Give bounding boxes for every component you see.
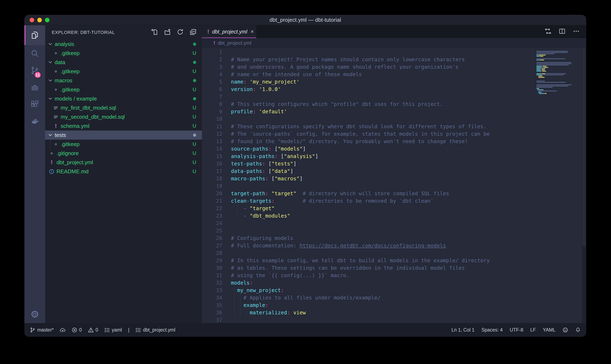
traffic-light-minimize[interactable] — [37, 18, 42, 22]
status-language-mode[interactable]: YAML — [543, 327, 555, 333]
line-number: 22 — [202, 205, 222, 212]
tree-item-label: .gitkeep — [61, 50, 80, 56]
refresh-button[interactable] — [177, 28, 184, 36]
compare-editor-button[interactable] — [545, 28, 551, 35]
line-number: 12 — [202, 130, 222, 138]
tree-item-tests[interactable]: tests — [45, 130, 202, 140]
bell-icon — [575, 327, 581, 333]
split-editor-button[interactable] — [559, 28, 565, 35]
cloud-upload-icon — [60, 327, 66, 333]
activity-item-source-control[interactable]: 11 — [25, 62, 45, 79]
split-icon — [559, 28, 565, 35]
more-icon — [573, 28, 580, 35]
git-icon — [53, 87, 59, 92]
line-number: 35 — [202, 301, 222, 309]
git-icon — [49, 151, 55, 156]
line-number: 10 — [202, 115, 222, 123]
tree-item-dbt-project-yml[interactable]: !dbt_project.ymlU — [45, 158, 202, 167]
search-icon — [30, 49, 39, 58]
scrollbar-thumb[interactable] — [583, 48, 586, 246]
new-folder-button[interactable] — [164, 28, 171, 36]
tree-item-readme-md[interactable]: README.mdU — [45, 167, 202, 176]
code-line-8: 8# This setting configures which "profil… — [202, 101, 586, 108]
tree-item-label: my_first_dbt_model.sql — [61, 105, 116, 111]
code-line-20: 20target-path: "target" # directory whic… — [202, 190, 586, 197]
tree-item-label: tests — [55, 132, 66, 138]
tree-item-gitkeep[interactable]: .gitkeepU — [45, 140, 202, 149]
yaml-file-icon: ! — [214, 40, 215, 46]
folder-modified-dot — [193, 79, 196, 82]
git-status-badge: U — [193, 169, 196, 174]
tree-item-models-example[interactable]: models / example — [45, 94, 202, 103]
status-linter-yaml-label: yaml — [112, 327, 122, 333]
activity-item-search[interactable] — [25, 45, 45, 62]
status-linter-yaml[interactable]: yaml — [104, 327, 122, 333]
tree-item-gitkeep[interactable]: .gitkeepU — [45, 67, 202, 76]
code-line-15: 15analysis-paths: ["analysis"] — [202, 153, 586, 160]
status-warnings[interactable]: 0 — [88, 327, 98, 333]
sidebar-actions — [151, 28, 196, 36]
tree-item-analysis[interactable]: analysis — [45, 39, 202, 49]
status-encoding[interactable]: UTF-8 — [510, 327, 523, 333]
minimap[interactable] — [536, 50, 581, 96]
status-notifications[interactable] — [575, 327, 581, 333]
code-line-33: 33 my_new_project: — [202, 287, 586, 294]
code-line-34: 34 # Applies to all files under models/e… — [202, 294, 586, 301]
git-status-badge: U — [193, 50, 196, 56]
collapse-all-button[interactable] — [190, 28, 196, 36]
line-number: 20 — [202, 190, 222, 197]
error-icon — [72, 327, 77, 333]
line-number: 33 — [202, 287, 222, 294]
status-eol[interactable]: LF — [530, 327, 536, 333]
code-line-2: 2# Name your project! Project names shou… — [202, 56, 586, 63]
status-cursor-position[interactable]: Ln 1, Col 1 — [452, 327, 474, 333]
smiley-icon — [563, 327, 568, 333]
activity-item-explorer[interactable] — [25, 25, 45, 45]
chevron-down-icon — [48, 78, 53, 83]
tree-item-macros[interactable]: macros — [45, 76, 202, 85]
git-status-badge: U — [193, 159, 196, 165]
titlebar[interactable]: dbt_project.yml — dbt-tutorial — [25, 15, 586, 25]
new-file-button[interactable] — [151, 28, 158, 36]
line-number: 8 — [202, 101, 222, 108]
code-line-29: 29# In this example config, we tell dbt … — [202, 257, 586, 264]
tree-item-gitignore[interactable]: .gitignoreU — [45, 149, 202, 158]
line-number: 26 — [202, 234, 222, 242]
line-number: 28 — [202, 249, 222, 257]
tree-item-my-second-dbt-model-sql[interactable]: my_second_dbt_model.sqlU — [45, 112, 202, 121]
status-git-branch[interactable]: master* — [30, 327, 54, 333]
activity-item-extensions[interactable] — [25, 96, 45, 113]
status-errors[interactable]: 0 — [72, 327, 82, 333]
line-number: 14 — [202, 145, 222, 153]
activity-item-debug[interactable] — [25, 79, 45, 96]
editor-scrollbar[interactable] — [582, 48, 586, 323]
traffic-light-zoom[interactable] — [45, 18, 50, 22]
status-indentation[interactable]: Spaces: 4 — [482, 327, 503, 333]
tree-item-my-first-dbt-model-sql[interactable]: my_first_dbt_model.sqlU — [45, 103, 202, 112]
collapse-all-icon — [190, 28, 196, 36]
more-editor-button[interactable] — [573, 28, 580, 35]
tree-item-gitkeep[interactable]: .gitkeepU — [45, 85, 202, 94]
file-tree: analysis.gitkeepUdata.gitkeepUmacros.git… — [45, 39, 202, 323]
code-line-27: 27# Full documentation: https://docs.get… — [202, 242, 586, 249]
status-encoding-label: UTF-8 — [510, 327, 523, 333]
code-line-19: 19 — [202, 182, 586, 190]
status-errors-label: 0 — [79, 327, 82, 333]
breadcrumb[interactable]: ! dbt_project.yml — [202, 38, 586, 48]
new-folder-icon — [164, 28, 171, 36]
traffic-light-close[interactable] — [30, 18, 34, 22]
code-editor[interactable]: 12# Name your project! Project names sho… — [202, 48, 586, 323]
status-linter-file[interactable]: dbt_project.yml — [136, 327, 175, 333]
folder-modified-dot — [193, 134, 196, 137]
git-status-badge: U — [193, 114, 196, 120]
activity-item-settings[interactable] — [30, 309, 40, 320]
tree-item-gitkeep[interactable]: .gitkeepU — [45, 49, 202, 58]
tab-close-icon[interactable]: × — [251, 29, 254, 35]
status-publish[interactable] — [60, 327, 66, 333]
status-feedback[interactable] — [563, 327, 568, 333]
tree-item-data[interactable]: data — [45, 58, 202, 67]
activity-item-docker[interactable] — [25, 113, 45, 130]
tree-item-schema-yml[interactable]: !schema.ymlU — [45, 121, 202, 130]
tab-dbt-project-yml[interactable]: ! dbt_project.yml × — [202, 25, 256, 38]
sidebar-header: EXPLORER: DBT-TUTORIAL — [45, 25, 202, 39]
